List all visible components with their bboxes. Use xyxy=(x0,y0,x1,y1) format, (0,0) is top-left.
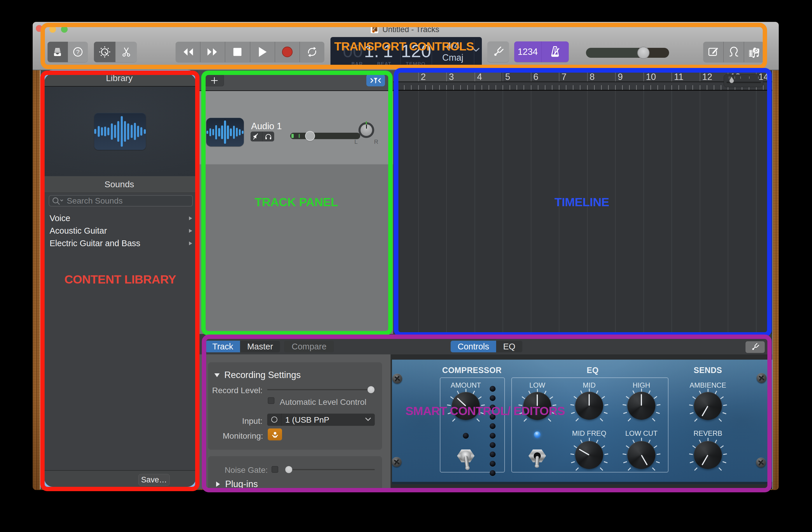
annotation-label-transport: TRANSPORT CONTROLS xyxy=(334,40,474,53)
annotation-label-smart-control: SMART CONTROL/ EDITORS xyxy=(405,404,565,418)
annotation-label-timeline: TIMELINE xyxy=(554,196,609,209)
garageband-screenshot: Untitled - Tracks ? xyxy=(0,0,812,532)
annotation-label-track-panel: TRACK PANEL xyxy=(255,196,338,209)
annotation-label-content-library: CONTENT LIBRARY xyxy=(64,273,176,286)
